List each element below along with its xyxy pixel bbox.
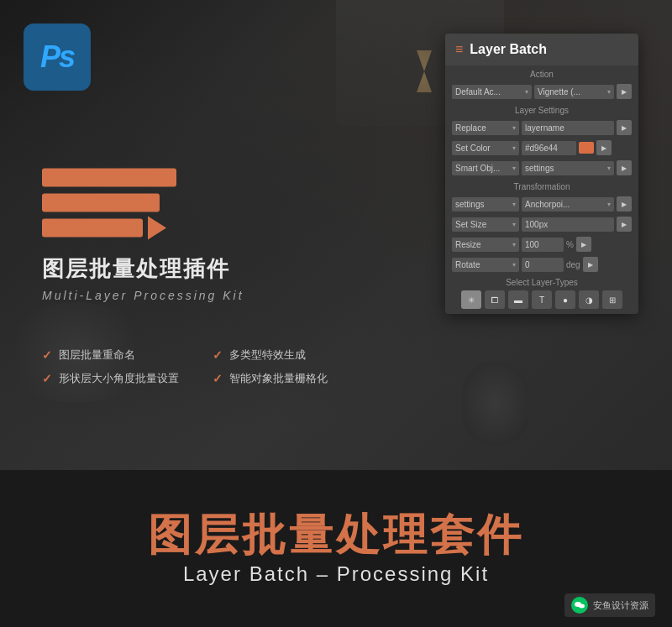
wechat-badge: 安鱼设计资源: [564, 593, 655, 617]
feature-item-2: ✓ 形状层大小角度批量设置: [42, 371, 179, 386]
set-size-select[interactable]: Set Size ▾: [452, 217, 519, 232]
layer-types-section: Select Layer-Types ✳ ⧠ ▬ T ● ◑ ⊞: [445, 274, 638, 314]
top-section: Ps 图层批量处理插件 Multi-Layer Processing Kit ✓…: [0, 0, 672, 470]
rotate-unit: deg: [566, 260, 580, 269]
set-color-select[interactable]: Set Color ▾: [452, 141, 519, 155]
panel-header: ≡ Layer Batch: [445, 34, 638, 65]
action-play-button[interactable]: ▶: [617, 84, 632, 99]
smart-obj-row: Smart Obj... ▾ settings ▾ ▶: [445, 158, 638, 178]
smart-obj-select[interactable]: Smart Obj... ▾: [452, 161, 519, 175]
logo-bar-2: [42, 194, 160, 212]
resize-select[interactable]: Resize ▾: [452, 238, 519, 252]
resize-play-button[interactable]: ▶: [576, 237, 591, 252]
layer-type-half[interactable]: ◑: [579, 290, 599, 309]
check-icon-4: ✓: [213, 372, 223, 385]
check-icon-1: ✓: [42, 348, 52, 362]
bottom-title-cn: 图层批量处理套件: [148, 511, 524, 559]
set-size-play-button[interactable]: ▶: [617, 217, 632, 232]
layer-type-all[interactable]: ✳: [461, 290, 481, 309]
rotate-input[interactable]: 0: [522, 258, 564, 272]
main-title-cn: 图层批量处理插件: [42, 254, 244, 284]
logo-bar-3: [42, 219, 143, 238]
feature-text-1: 图层批量重命名: [59, 347, 135, 363]
set-color-row: Set Color ▾ #d96e44 ▶: [445, 138, 638, 158]
ps-icon: Ps: [24, 24, 91, 91]
feature-item-3: ✓ 多类型特效生成: [213, 347, 349, 363]
deco-mouse: [462, 361, 529, 445]
replace-row: Replace ▾ layername ▶: [445, 118, 638, 138]
action-section-label: Action: [445, 65, 638, 81]
transformation-label: Transformation: [445, 178, 638, 194]
layer-type-shape[interactable]: ▬: [508, 290, 528, 309]
action-select-2[interactable]: Vignette (... ▾: [534, 85, 614, 99]
wechat-text: 安鱼设计资源: [593, 599, 648, 612]
panel-header-icon: ≡: [455, 42, 463, 57]
feature-text-2: 形状层大小角度批量设置: [59, 371, 179, 386]
color-hex-input[interactable]: #d96e44: [522, 141, 576, 155]
color-play-button[interactable]: ▶: [596, 140, 612, 155]
action-row: Default Ac... ▾ Vignette (... ▾ ▶: [445, 81, 638, 102]
main-title-en: Multi-Layer Processing Kit: [42, 289, 244, 302]
rotate-play-button[interactable]: ▶: [583, 257, 598, 272]
replace-select[interactable]: Replace ▾: [452, 121, 519, 135]
layer-type-text[interactable]: T: [532, 290, 552, 309]
resize-unit: %: [566, 240, 574, 249]
transform-row: settings ▾ Anchorpoi... ▾ ▶: [445, 194, 638, 214]
bottom-section: 图层批量处理套件 Layer Batch – Processing Kit 安鱼…: [0, 470, 672, 627]
layer-type-icons: ✳ ⧠ ▬ T ● ◑ ⊞: [452, 290, 632, 309]
logo-bars: [42, 169, 244, 238]
layer-type-circle[interactable]: ●: [555, 290, 575, 309]
check-icon-2: ✓: [42, 372, 52, 385]
layer-type-group[interactable]: ⧠: [485, 290, 505, 309]
set-size-row: Set Size ▾ 100px ▶: [445, 214, 638, 234]
action-select-1[interactable]: Default Ac... ▾: [452, 85, 532, 99]
resize-row: Resize ▾ 100 % ▶: [445, 234, 638, 254]
layername-input[interactable]: layername: [522, 121, 614, 135]
transform-select[interactable]: settings ▾: [452, 197, 519, 212]
transform-play-button[interactable]: ▶: [617, 196, 632, 212]
anchorpoint-select[interactable]: Anchorpoi... ▾: [522, 197, 614, 212]
layer-settings-label: Layer Settings: [445, 102, 638, 118]
svg-point-1: [579, 604, 585, 609]
logo-bar-1: [42, 169, 176, 187]
check-icon-3: ✓: [213, 348, 223, 362]
feature-item-1: ✓ 图层批量重命名: [42, 347, 179, 363]
feature-text-4: 智能对象批量栅格化: [229, 371, 328, 386]
rotate-row: Rotate ▾ 0 deg ▶: [445, 254, 638, 274]
settings-select[interactable]: settings ▾: [522, 161, 614, 175]
color-swatch[interactable]: [579, 142, 594, 154]
select-layer-types-label: Select Layer-Types: [452, 278, 632, 287]
center-content: 图层批量处理插件 Multi-Layer Processing Kit: [42, 169, 244, 302]
wechat-icon: [571, 597, 588, 614]
panel-title: Layer Batch: [470, 42, 547, 57]
ps-label: Ps: [40, 39, 74, 75]
rotate-select[interactable]: Rotate ▾: [452, 258, 519, 272]
resize-input[interactable]: 100: [522, 238, 564, 252]
replace-play-button[interactable]: ▶: [617, 120, 632, 135]
layer-type-grid[interactable]: ⊞: [602, 290, 622, 309]
layer-batch-panel: ≡ Layer Batch Action Default Ac... ▾ Vig…: [445, 34, 638, 314]
bottom-title-en: Layer Batch – Processing Kit: [183, 562, 489, 586]
feature-text-3: 多类型特效生成: [229, 347, 306, 363]
smart-obj-play-button[interactable]: ▶: [617, 160, 632, 175]
features-list: ✓ 图层批量重命名 ✓ 多类型特效生成 ✓ 形状层大小角度批量设置 ✓ 智能对象…: [42, 347, 349, 386]
feature-item-4: ✓ 智能对象批量栅格化: [213, 371, 349, 386]
size-input[interactable]: 100px: [522, 217, 614, 232]
